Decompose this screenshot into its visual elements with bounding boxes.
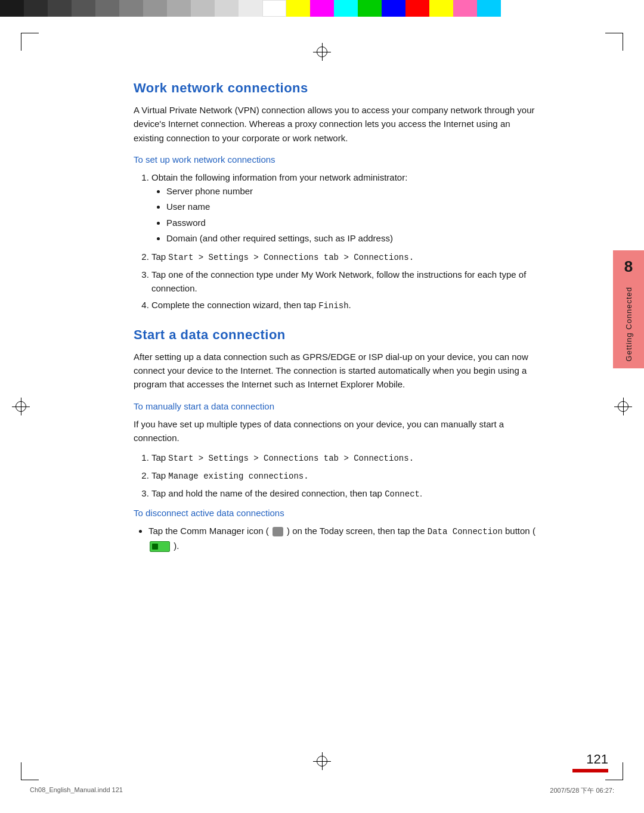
section1-step2-text: Tap Start > Settings > Connections tab >… — [151, 252, 414, 262]
section1-step-2: Tap Start > Settings > Connections tab >… — [151, 250, 539, 265]
comm-manager-icon — [273, 527, 283, 536]
corner-mark-bl — [21, 762, 39, 780]
bullet-domain: Domain (and other required settings, suc… — [166, 231, 539, 245]
section1-step1-bullets: Server phone number User name Password D… — [166, 184, 539, 245]
main-content: Work network connections A Virtual Priva… — [134, 80, 539, 753]
section2-step3-text: Tap and hold the name of the desired con… — [151, 488, 422, 498]
section1-step-3: Tap one of the connection type under My … — [151, 268, 539, 296]
section1-step4-text: Complete the connection wizard, then tap… — [151, 300, 351, 310]
section2-sub2-bullets: Tap the Comm Manager icon ( ) on the Tod… — [148, 524, 539, 553]
page-number-area: 121 — [572, 752, 608, 772]
section2-sub2-bullet1-text: Tap the Comm Manager icon ( ) on the Tod… — [148, 526, 535, 551]
section2-step2-text: Tap Manage existing connections. — [151, 470, 309, 480]
section1-step3-text: Tap one of the connection type under My … — [151, 269, 526, 293]
chapter-number: 8 — [624, 257, 633, 276]
bullet-server-phone: Server phone number — [166, 184, 539, 198]
section2-sub2-bullet1: Tap the Comm Manager icon ( ) on the Tod… — [148, 524, 539, 553]
section2-step-3: Tap and hold the name of the desired con… — [151, 486, 539, 501]
registration-cross-left — [12, 398, 30, 415]
color-bar — [0, 0, 644, 17]
page-number-bar — [572, 769, 608, 772]
section2-step1-text: Tap Start > Settings > Connections tab >… — [151, 452, 414, 463]
section2-step-1: Tap Start > Settings > Connections tab >… — [151, 451, 539, 466]
footer-left: Ch08_English_Manual.indd 121 — [30, 786, 123, 795]
page-number: 121 — [586, 752, 608, 767]
section2-title: Start a data connection — [134, 327, 539, 343]
section1-step-4: Complete the connection wizard, then tap… — [151, 298, 539, 313]
registration-cross-bottom — [313, 752, 331, 770]
chapter-label: Getting Connected — [624, 287, 633, 361]
section2-sub1-intro: If you have set up multiple types of dat… — [134, 417, 539, 445]
section2-step-2: Tap Manage existing connections. — [151, 468, 539, 483]
data-connection-button-icon — [150, 541, 170, 552]
section1-intro: A Virtual Private Network (VPN) connecti… — [134, 103, 539, 145]
bullet-password: Password — [166, 216, 539, 229]
section2-sub2-title: To disconnect active data connections — [134, 508, 539, 518]
section1-step-1: Obtain the following information from yo… — [151, 170, 539, 245]
section-data-connection: Start a data connection After setting up… — [134, 327, 539, 553]
bullet-username: User name — [166, 200, 539, 213]
section1-sub1-title: To set up work network connections — [134, 154, 539, 165]
corner-mark-tl — [21, 33, 39, 51]
section1-title: Work network connections — [134, 80, 539, 96]
section1-step1-text: Obtain the following information from yo… — [151, 172, 407, 182]
section2-steps-list: Tap Start > Settings > Connections tab >… — [151, 451, 539, 501]
chapter-tab: 8 Getting Connected — [613, 250, 644, 368]
registration-cross-right — [614, 398, 632, 415]
section2-sub1-title: To manually start a data connection — [134, 401, 539, 411]
corner-mark-tr — [605, 33, 623, 51]
registration-cross-top — [313, 43, 331, 61]
footer: Ch08_English_Manual.indd 121 2007/5/28 下… — [30, 786, 614, 795]
footer-right: 2007/5/28 下午 06:27: — [550, 786, 614, 795]
section-work-network: Work network connections A Virtual Priva… — [134, 80, 539, 313]
section2-intro: After setting up a data connection such … — [134, 350, 539, 392]
section1-steps-list: Obtain the following information from yo… — [151, 170, 539, 313]
